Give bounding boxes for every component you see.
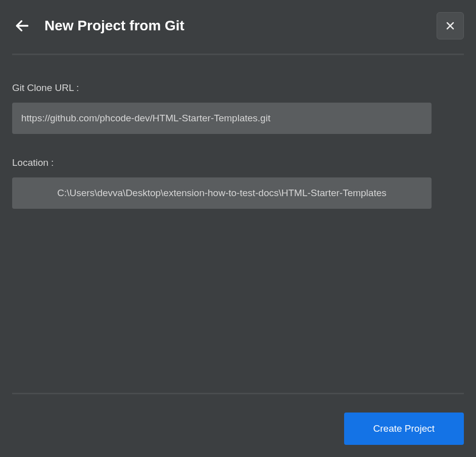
header-left: New Project from Git <box>12 16 184 36</box>
divider-top <box>12 54 464 55</box>
location-group: Location : <box>12 157 464 209</box>
divider-bottom <box>12 393 464 394</box>
dialog-container: New Project from Git Git Clone URL : Loc… <box>0 0 476 457</box>
location-label: Location : <box>12 157 464 168</box>
dialog-header: New Project from Git <box>12 12 464 39</box>
back-arrow-icon <box>14 18 30 34</box>
close-button[interactable] <box>437 12 464 39</box>
location-input[interactable] <box>12 177 432 209</box>
git-clone-url-label: Git Clone URL : <box>12 82 464 94</box>
form-section: Git Clone URL : Location : <box>12 82 464 393</box>
git-clone-url-input[interactable] <box>12 103 432 134</box>
dialog-title: New Project from Git <box>44 18 184 34</box>
back-button[interactable] <box>12 16 32 36</box>
git-clone-url-group: Git Clone URL : <box>12 82 464 134</box>
create-project-button[interactable]: Create Project <box>344 413 464 445</box>
dialog-footer: Create Project <box>12 413 464 445</box>
close-icon <box>444 20 456 32</box>
